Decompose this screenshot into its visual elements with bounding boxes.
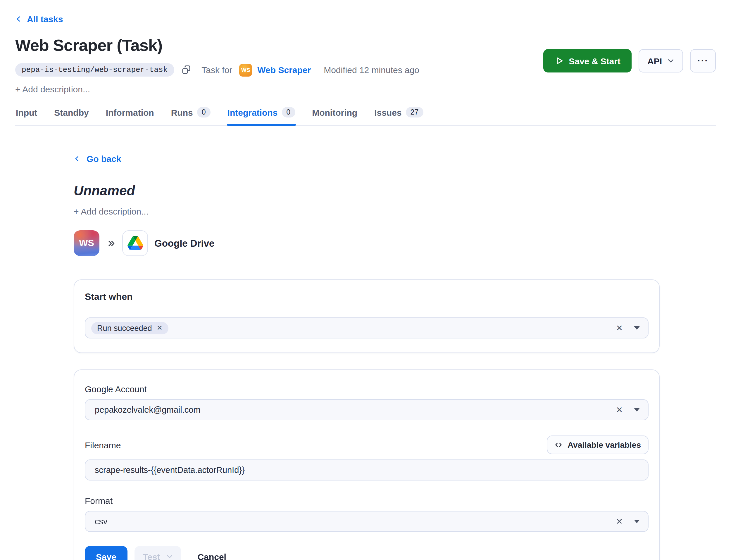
play-icon bbox=[554, 56, 564, 65]
start-when-select[interactable]: Run succeeded ✕ ✕ bbox=[85, 317, 649, 338]
select-caret-icon[interactable] bbox=[634, 520, 640, 523]
selected-event-tag: Run succeeded ✕ bbox=[91, 322, 168, 334]
chevron-down-icon bbox=[667, 57, 674, 64]
modified-timestamp: Modified 12 minutes ago bbox=[324, 65, 419, 75]
tab-bar: Input Standby Information Runs0 Integrat… bbox=[15, 103, 716, 126]
google-account-value: pepakozelvalek@gmail.com bbox=[95, 405, 200, 414]
filename-input[interactable] bbox=[85, 459, 649, 481]
task-for-label: Task for bbox=[201, 65, 232, 75]
go-back-link[interactable]: Go back bbox=[74, 154, 121, 164]
select-caret-icon[interactable] bbox=[634, 408, 640, 412]
available-variables-button[interactable]: Available variables bbox=[547, 435, 649, 454]
ellipsis-icon: ··· bbox=[697, 56, 708, 66]
filename-label: Filename bbox=[85, 440, 121, 450]
actor-link[interactable]: Web Scraper bbox=[257, 65, 311, 75]
integration-name: Unnamed bbox=[74, 183, 660, 199]
google-account-label: Google Account bbox=[85, 384, 649, 394]
integration-detail: Go back Unnamed + Add description... WS … bbox=[0, 126, 731, 560]
add-description-button[interactable]: + Add description... bbox=[15, 84, 716, 94]
all-tasks-back-link[interactable]: All tasks bbox=[15, 14, 63, 24]
google-account-select[interactable]: pepakozelvalek@gmail.com ✕ bbox=[85, 399, 649, 420]
tab-issues[interactable]: Issues27 bbox=[374, 103, 424, 125]
integration-add-description-button[interactable]: + Add description... bbox=[74, 206, 660, 216]
form-actions: Save Test Cancel bbox=[85, 546, 649, 560]
test-dropdown-button[interactable]: Test bbox=[134, 546, 181, 560]
chevron-double-right-icon bbox=[107, 239, 116, 248]
page: All tasks Web Scraper (Task) pepa-is-tes… bbox=[0, 0, 731, 560]
chevron-left-icon bbox=[74, 155, 80, 162]
format-label: Format bbox=[85, 496, 649, 506]
integration-config-card: Google Account pepakozelvalek@gmail.com … bbox=[74, 369, 660, 560]
actor-icon: WS bbox=[239, 63, 252, 76]
chevron-down-icon bbox=[166, 553, 173, 560]
start-when-card: Start when Run succeeded ✕ ✕ bbox=[74, 279, 660, 353]
clear-select-icon[interactable]: ✕ bbox=[616, 406, 623, 414]
remove-tag-icon[interactable]: ✕ bbox=[157, 324, 163, 331]
tab-monitoring[interactable]: Monitoring bbox=[311, 104, 358, 125]
clear-select-icon[interactable]: ✕ bbox=[616, 517, 623, 526]
tab-information[interactable]: Information bbox=[105, 104, 155, 125]
more-options-button[interactable]: ··· bbox=[690, 49, 716, 72]
tab-runs[interactable]: Runs0 bbox=[170, 103, 211, 125]
copy-icon[interactable] bbox=[181, 65, 191, 75]
integration-icons-row: WS Google Drive bbox=[74, 230, 660, 256]
runs-count-badge: 0 bbox=[197, 107, 210, 117]
all-tasks-label: All tasks bbox=[27, 14, 63, 24]
task-id-badge: pepa-is-testing/web-scraper-task bbox=[15, 63, 174, 77]
code-icon bbox=[555, 441, 563, 449]
issues-count-badge: 27 bbox=[406, 107, 424, 117]
tab-integrations[interactable]: Integrations0 bbox=[227, 103, 296, 125]
chevron-left-icon bbox=[15, 16, 22, 22]
save-and-start-button[interactable]: Save & Start bbox=[543, 49, 632, 72]
google-drive-icon bbox=[122, 230, 148, 256]
tab-input[interactable]: Input bbox=[15, 104, 38, 125]
integrations-count-badge: 0 bbox=[281, 107, 295, 117]
api-dropdown-button[interactable]: API bbox=[639, 49, 683, 72]
format-value: csv bbox=[95, 517, 108, 526]
page-header: All tasks Web Scraper (Task) pepa-is-tes… bbox=[0, 0, 731, 94]
cancel-button[interactable]: Cancel bbox=[198, 552, 226, 560]
header-actions: Save & Start API ··· bbox=[543, 49, 716, 72]
web-scraper-icon: WS bbox=[74, 230, 99, 256]
tab-standby[interactable]: Standby bbox=[53, 104, 89, 125]
start-when-title: Start when bbox=[85, 292, 649, 302]
target-service-name: Google Drive bbox=[154, 238, 214, 249]
select-caret-icon[interactable] bbox=[634, 326, 640, 330]
save-button[interactable]: Save bbox=[85, 546, 127, 560]
format-select[interactable]: csv ✕ bbox=[85, 511, 649, 532]
clear-select-icon[interactable]: ✕ bbox=[616, 324, 623, 332]
